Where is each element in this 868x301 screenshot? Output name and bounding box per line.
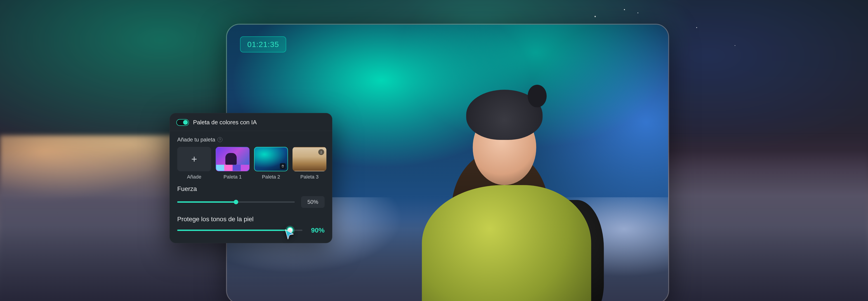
palette-item-2: Paleta 2 bbox=[254, 147, 288, 180]
plus-icon: + bbox=[191, 154, 197, 165]
preview-subject-person bbox=[401, 75, 612, 301]
panel-toggle[interactable] bbox=[176, 119, 189, 126]
palette-row: + Añade Paleta 1 Paleta 2 bbox=[177, 147, 324, 180]
delete-icon[interactable] bbox=[280, 163, 286, 169]
strength-label: Fuerza bbox=[177, 185, 324, 193]
help-icon[interactable]: ? bbox=[217, 137, 222, 142]
strength-slider-thumb[interactable] bbox=[234, 200, 238, 204]
palette-label-3: Paleta 3 bbox=[301, 174, 319, 180]
skin-protect-value: 90% bbox=[309, 227, 324, 234]
download-icon[interactable] bbox=[318, 149, 324, 155]
skin-protect-slider-fill bbox=[177, 230, 290, 231]
skin-protect-slider[interactable] bbox=[177, 230, 303, 231]
strength-section: Fuerza 50% bbox=[177, 185, 324, 208]
strength-slider[interactable] bbox=[177, 201, 295, 203]
timestamp-badge: 01:21:35 bbox=[240, 36, 286, 53]
add-palette-button[interactable]: + bbox=[177, 147, 211, 171]
skin-protect-slider-thumb[interactable] bbox=[287, 227, 293, 234]
add-palette-label-row: Añade tu paleta ? bbox=[177, 136, 324, 143]
palette-label-1: Paleta 1 bbox=[223, 174, 242, 180]
skin-protect-section: Protege los tonos de la piel 90% bbox=[177, 215, 324, 234]
palette-add-item: + Añade bbox=[177, 147, 211, 180]
skin-protect-label: Protege los tonos de la piel bbox=[177, 215, 324, 223]
toggle-knob bbox=[183, 120, 188, 125]
panel-title: Paleta de colores con IA bbox=[193, 119, 257, 126]
add-palette-caption: Añade bbox=[187, 174, 202, 180]
panel-header: Paleta de colores con IA bbox=[169, 113, 332, 131]
palette-thumb-3[interactable] bbox=[292, 147, 327, 171]
palette-label-2: Paleta 2 bbox=[262, 174, 280, 180]
palette-thumb-2[interactable] bbox=[254, 147, 288, 171]
ai-color-palette-panel: Paleta de colores con IA Añade tu paleta… bbox=[169, 113, 332, 243]
strength-value: 50% bbox=[301, 196, 324, 208]
strength-slider-fill bbox=[177, 201, 236, 203]
palette-thumb-1[interactable] bbox=[216, 147, 250, 171]
palette-item-3: Paleta 3 bbox=[292, 147, 327, 180]
palette-item-1: Paleta 1 bbox=[216, 147, 250, 180]
add-palette-label: Añade tu paleta bbox=[177, 136, 215, 143]
